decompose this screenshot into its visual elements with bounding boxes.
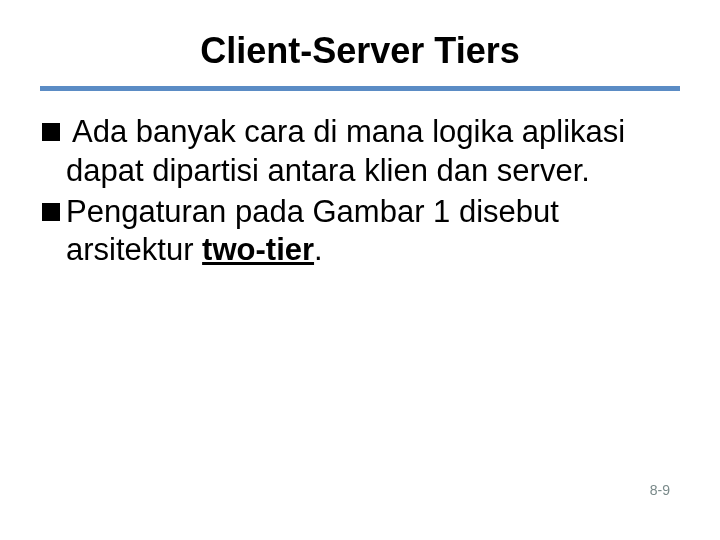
bullet-2-emphasis: two-tier (202, 232, 314, 267)
bullet-item: Pengaturan pada Gambar 1 disebut arsitek… (42, 193, 678, 271)
slide-title: Client-Server Tiers (40, 30, 680, 72)
bullet-text: Ada banyak cara di mana logika aplikasi … (66, 113, 678, 191)
bullet-text: Pengaturan pada Gambar 1 disebut arsitek… (66, 193, 678, 271)
bullet-2-text-after: . (314, 232, 323, 267)
slide-container: Client-Server Tiers Ada banyak cara di m… (0, 0, 720, 540)
bullet-1-text: Ada banyak cara di mana logika aplikasi … (66, 114, 625, 188)
square-bullet-icon (42, 203, 60, 221)
content-area: Ada banyak cara di mana logika aplikasi … (40, 113, 680, 270)
bullet-item: Ada banyak cara di mana logika aplikasi … (42, 113, 678, 191)
square-bullet-icon (42, 123, 60, 141)
title-divider (40, 86, 680, 91)
page-number: 8-9 (650, 482, 670, 498)
